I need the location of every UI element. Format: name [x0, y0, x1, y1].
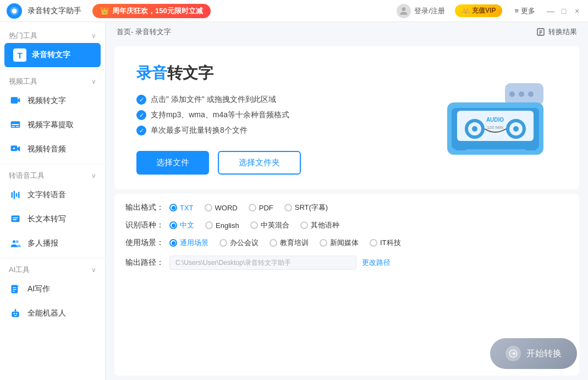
minimize-button[interactable]: —	[546, 7, 555, 15]
scene-general[interactable]: 通用场景	[169, 238, 208, 248]
svg-rect-15	[13, 219, 17, 220]
svg-rect-19	[13, 287, 17, 288]
feature-3-text: 单次最多可批量转换8个文件	[151, 126, 248, 135]
sidebar-item-text-to-speech[interactable]: 文字转语音	[0, 183, 105, 207]
more-menu[interactable]: ≡ 更多	[514, 6, 535, 16]
start-convert-button[interactable]: 开始转换	[490, 338, 577, 369]
sidebar-item-video-audio[interactable]: 视频转音频	[0, 137, 105, 161]
output-path-input[interactable]	[169, 256, 356, 270]
scene-news[interactable]: 新闻媒体	[320, 238, 359, 248]
sidebar-section-ai-tools: AI工具 ∨	[0, 260, 105, 277]
user-section[interactable]: 登录/注册	[397, 4, 445, 18]
format-txt-dot	[169, 204, 177, 211]
format-pdf-dot	[249, 204, 256, 211]
lang-english[interactable]: English	[205, 221, 239, 230]
maximize-button[interactable]: □	[559, 7, 568, 15]
svg-rect-21	[13, 291, 15, 291]
lang-radio-group: 中文 English 中英混合 其他语种	[169, 220, 339, 230]
app-logo	[7, 3, 22, 19]
multi-person-label: 多人播报	[28, 238, 58, 248]
select-file-button[interactable]: 选择文件	[136, 151, 209, 175]
svg-point-16	[13, 240, 15, 243]
breadcrumb-home: 首页-	[117, 28, 133, 36]
feature-2-text: 支持mp3、wma、m4a等十余种音频格式	[151, 110, 289, 120]
scene-office-label: 办公会议	[230, 238, 259, 248]
format-word[interactable]: WORD	[205, 204, 238, 212]
lang-english-dot	[205, 221, 213, 229]
feature-1-check: ✓	[136, 95, 146, 105]
scene-office[interactable]: 办公会议	[219, 238, 259, 248]
sidebar-item-multi-person[interactable]: 多人播报	[0, 231, 105, 256]
svg-point-17	[16, 240, 19, 243]
sidebar-item-audio-to-text[interactable]: T 录音转文字	[4, 43, 101, 67]
svg-rect-6	[12, 124, 19, 125]
svg-point-8	[13, 148, 15, 149]
scene-tech[interactable]: IT科技	[370, 238, 401, 248]
video-audio-icon	[9, 143, 22, 156]
sidebar-section-video-tools: 视频工具 ∨	[0, 72, 105, 89]
svg-rect-2	[11, 97, 18, 104]
lang-mixed[interactable]: 中英混合	[250, 220, 289, 230]
svg-rect-49	[525, 144, 536, 150]
lang-chinese[interactable]: 中文	[169, 220, 194, 230]
format-pdf-label: PDF	[259, 204, 273, 212]
dropzone-buttons: 选择文件 选择文件夹	[136, 151, 420, 175]
svg-point-33	[509, 91, 515, 97]
breadcrumb-current: 录音转文字	[135, 28, 171, 36]
output-path-section: 更改路径	[169, 256, 391, 270]
scene-tech-label: IT科技	[380, 238, 401, 248]
ai-robot-label: 全能机器人	[28, 308, 66, 318]
scene-education[interactable]: 教育培训	[270, 238, 309, 248]
dropzone-title-rest: 转文字	[167, 64, 213, 82]
feature-3: ✓ 单次最多可批量转换8个文件	[136, 126, 420, 135]
format-radio-group: TXT WORD PDF SRT(字幕)	[169, 203, 328, 213]
svg-rect-4	[12, 126, 15, 127]
change-path-button[interactable]: 更改路径	[362, 258, 391, 268]
start-button-icon	[505, 346, 521, 361]
svg-rect-48	[455, 144, 466, 150]
output-path-label: 输出路径：	[125, 258, 169, 268]
sidebar-item-ai-robot[interactable]: 全能机器人	[0, 301, 105, 325]
hot-tools-label: 热门工具	[9, 31, 37, 41]
feature-2-check: ✓	[136, 110, 146, 120]
feature-3-check: ✓	[136, 126, 146, 135]
feature-1: ✓ 点击" 添加文件" 或拖拽文件到此区域	[136, 95, 420, 105]
ai-robot-icon	[9, 307, 22, 320]
feature-1-text: 点击" 添加文件" 或拖拽文件到此区域	[151, 95, 276, 105]
svg-rect-11	[16, 193, 18, 197]
sidebar-section-hot-tools: 热门工具 ∨	[0, 26, 105, 43]
video-tools-chevron: ∨	[91, 78, 96, 85]
svg-rect-9	[12, 192, 13, 198]
video-to-text-label: 视频转文字	[28, 96, 66, 106]
start-button-label: 开始转换	[526, 348, 562, 360]
video-subtitle-icon	[9, 118, 22, 132]
sidebar-item-long-text[interactable]: 长文本转写	[0, 207, 105, 231]
scene-education-label: 教育培训	[280, 238, 309, 248]
tts-tools-chevron: ∨	[91, 172, 96, 180]
sidebar-item-ai-writing[interactable]: AI写作	[0, 277, 105, 301]
vip-button[interactable]: 👑 充值VIP	[455, 4, 502, 17]
lang-mixed-label: 中英混合	[261, 220, 289, 230]
format-word-label: WORD	[215, 204, 238, 212]
format-srt-label: SRT(字幕)	[295, 203, 328, 213]
dropzone-title-blue: 录音	[136, 64, 167, 82]
scene-general-label: 通用场景	[180, 238, 208, 248]
content-area: 首页- 录音转文字 转换结果 录音转文字 ✓ 点击" 添加文件" 或拖	[106, 22, 588, 380]
convert-results-button[interactable]: 转换结果	[536, 27, 577, 37]
close-button[interactable]: ×	[573, 7, 581, 15]
svg-rect-13	[12, 215, 20, 222]
format-srt[interactable]: SRT(字幕)	[284, 203, 328, 213]
drop-zone[interactable]: 录音转文字 ✓ 点击" 添加文件" 或拖拽文件到此区域 ✓ 支持mp3、wma、…	[114, 46, 579, 189]
sidebar-item-video-subtitle[interactable]: 视频字幕提取	[0, 113, 105, 137]
output-path-row: 输出路径： 更改路径	[125, 256, 568, 270]
format-pdf[interactable]: PDF	[249, 204, 273, 212]
lang-other[interactable]: 其他语种	[300, 220, 339, 230]
use-scene-label: 使用场景：	[125, 238, 169, 248]
promo-banner[interactable]: 👑 周年庆狂欢，150元限时立减	[92, 4, 211, 18]
select-folder-button[interactable]: 选择文件夹	[218, 151, 301, 175]
svg-rect-20	[13, 289, 17, 290]
sidebar-item-video-to-text[interactable]: 视频转文字	[0, 89, 105, 113]
video-audio-label: 视频转音频	[28, 144, 66, 154]
ai-writing-label: AI写作	[28, 284, 50, 294]
format-txt[interactable]: TXT	[169, 204, 194, 212]
